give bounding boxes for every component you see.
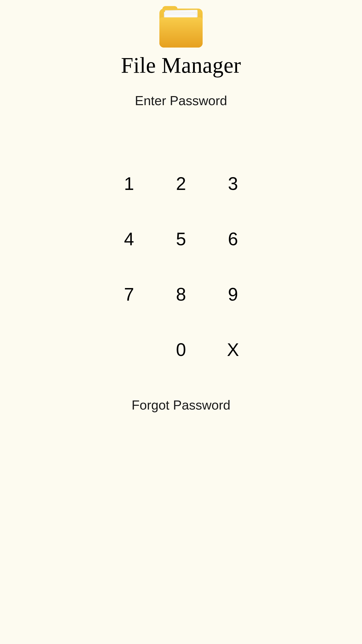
password-prompt: Enter Password [135, 93, 227, 108]
keypad-9-button[interactable]: 9 [218, 279, 248, 309]
keypad-6-button[interactable]: 6 [218, 224, 248, 254]
keypad-3-button[interactable]: 3 [218, 169, 248, 199]
keypad-2-button[interactable]: 2 [166, 169, 196, 199]
keypad-0-button[interactable]: 0 [166, 335, 196, 365]
keypad-1-button[interactable]: 1 [114, 169, 144, 199]
keypad-8-button[interactable]: 8 [166, 279, 196, 309]
folder-icon [159, 6, 203, 48]
numeric-keypad: 1 2 3 4 5 6 7 8 9 0 X [103, 156, 259, 377]
forgot-password-link[interactable]: Forgot Password [131, 397, 230, 413]
keypad-4-button[interactable]: 4 [114, 224, 144, 254]
keypad-5-button[interactable]: 5 [166, 224, 196, 254]
keypad-7-button[interactable]: 7 [114, 279, 144, 309]
lock-screen: File Manager Enter Password 1 2 3 4 5 6 … [79, 0, 283, 644]
app-title: File Manager [121, 53, 241, 78]
keypad-delete-button[interactable]: X [218, 335, 248, 365]
